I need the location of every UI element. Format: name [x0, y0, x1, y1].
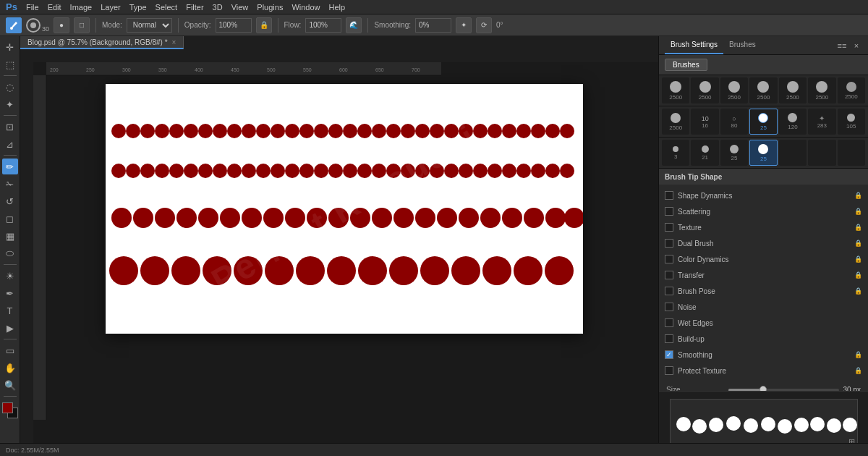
brush-tip-6[interactable]: 2500 [838, 77, 865, 104]
smoothing-icon[interactable]: ✦ [456, 17, 472, 33]
menu-file[interactable]: File [26, 3, 39, 12]
angle-icon[interactable]: ⟳ [476, 17, 492, 33]
transfer-check[interactable] [665, 271, 673, 279]
brush-tip-16[interactable]: 25 [720, 140, 748, 166]
noise-row[interactable]: Noise [659, 299, 868, 315]
brush-tip-15[interactable]: 21 [691, 140, 718, 166]
clone-stamp-tool[interactable]: ✁ [2, 176, 18, 192]
gradient-tool[interactable]: ▦ [2, 228, 18, 244]
brush-tip-5[interactable]: 2500 [808, 77, 835, 104]
dodge-tool[interactable]: ☀ [2, 268, 18, 284]
flow-input[interactable] [305, 18, 341, 33]
color-swatches[interactable] [2, 402, 18, 418]
shape-dynamics-check[interactable] [665, 191, 673, 200]
mode-select[interactable]: Normal [127, 18, 172, 33]
svg-point-40 [473, 124, 488, 138]
tab-brush-settings[interactable]: Brush Settings [665, 36, 723, 54]
protect-texture-row[interactable]: Protect Texture 🔒 [659, 363, 868, 379]
protect-texture-check[interactable] [665, 366, 673, 375]
brush-pose-check[interactable] [665, 287, 673, 295]
menu-layer[interactable]: Layer [101, 3, 121, 12]
toggle-btn[interactable]: ● [54, 17, 69, 33]
smoothing-input[interactable] [415, 18, 451, 33]
smoothing-row[interactable]: ✓ Smoothing 🔒 [659, 347, 868, 363]
crop-tool[interactable]: ⊡ [2, 119, 18, 135]
brush-tip-8[interactable]: 10 16 [691, 109, 718, 135]
buildup-row[interactable]: Build-up [659, 331, 868, 347]
brush-pose-row[interactable]: Brush Pose 🔒 [659, 283, 868, 299]
brush-tip-18[interactable] [779, 140, 807, 166]
brush-tip-0[interactable]: 2500 [662, 77, 689, 104]
fg-color[interactable] [2, 402, 13, 413]
brush-circle-icon[interactable] [26, 18, 41, 33]
menu-3d[interactable]: 3D [213, 3, 223, 12]
shape-dynamics-row[interactable]: Shape Dynamics 🔒 [659, 187, 868, 203]
tab-brushes[interactable]: Brushes [723, 36, 762, 54]
brush-tip-1[interactable]: 2500 [691, 77, 718, 104]
path-select-tool[interactable]: ▶ [2, 320, 18, 336]
eraser-tool[interactable]: ◻ [2, 211, 18, 227]
erase-btn[interactable]: □ [74, 17, 90, 33]
dual-brush-check[interactable] [665, 239, 673, 248]
flow-icon[interactable]: 🌊 [346, 17, 362, 33]
transfer-row[interactable]: Transfer 🔒 [659, 267, 868, 283]
document-canvas[interactable]: Perfect Retouchi [106, 84, 583, 334]
brush-tip-20[interactable] [838, 140, 865, 166]
wet-edges-row[interactable]: Wet Edges [659, 315, 868, 331]
opacity-input[interactable] [216, 18, 252, 33]
brush-tip-13[interactable]: 105 [838, 109, 865, 135]
menu-view[interactable]: View [231, 3, 249, 12]
shape-tool[interactable]: ▭ [2, 342, 18, 358]
history-brush-tool[interactable]: ↺ [2, 193, 18, 209]
dual-brush-row[interactable]: Dual Brush 🔒 [659, 235, 868, 251]
lasso-tool[interactable]: ◌ [2, 79, 18, 95]
brush-tool[interactable]: ✏ [2, 159, 18, 174]
scattering-row[interactable]: Scattering 🔒 [659, 203, 868, 219]
brushes-button[interactable]: Brushes [665, 59, 707, 71]
menu-image[interactable]: Image [70, 3, 93, 12]
quick-select-tool[interactable]: ✦ [2, 96, 18, 112]
menu-plugins[interactable]: Plugins [257, 3, 283, 12]
smoothing-check[interactable]: ✓ [665, 350, 673, 359]
menu-edit[interactable]: Edit [48, 3, 61, 12]
texture-check[interactable] [665, 223, 673, 232]
panel-close-btn[interactable]: × [851, 40, 862, 51]
noise-check[interactable] [665, 303, 673, 311]
brush-tip-11[interactable]: 120 [779, 109, 807, 135]
brush-tip-10[interactable]: 25 [749, 109, 777, 135]
pen-tool[interactable]: ✒ [2, 285, 18, 301]
brush-tip-9[interactable]: ○ 80 [720, 109, 748, 135]
opacity-lock[interactable]: 🔒 [256, 17, 272, 33]
brush-tip-7[interactable]: 2500 [662, 109, 689, 135]
menu-help[interactable]: Help [329, 3, 346, 12]
brush-tip-2[interactable]: 2500 [720, 77, 748, 104]
texture-row[interactable]: Texture 🔒 [659, 219, 868, 235]
menu-select[interactable]: Select [156, 3, 178, 12]
brush-tip-12[interactable]: ✦ 283 [808, 109, 835, 135]
color-dynamics-row[interactable]: Color Dynamics 🔒 [659, 251, 868, 267]
brush-tip-19[interactable] [808, 140, 835, 166]
brush-tool-btn[interactable] [6, 17, 22, 33]
brush-tip-14[interactable]: 3 [662, 140, 689, 166]
brush-tip-4[interactable]: 2500 [779, 77, 807, 104]
menu-filter[interactable]: Filter [186, 3, 203, 12]
color-dynamics-check[interactable] [665, 255, 673, 263]
blur-tool[interactable]: ⬭ [2, 245, 18, 261]
wet-edges-check[interactable] [665, 318, 673, 327]
scattering-check[interactable] [665, 207, 673, 216]
brush-tip-17[interactable]: 25 [749, 140, 777, 166]
buildup-check[interactable] [665, 334, 673, 343]
canvas-area[interactable]: 200250300 350400450 500550600 650700750 … [33, 62, 658, 456]
menu-window[interactable]: Window [292, 3, 320, 12]
marquee-tool[interactable]: ⬚ [2, 56, 18, 72]
hand-tool[interactable]: ✋ [2, 360, 18, 376]
brush-tip-3[interactable]: 2500 [749, 77, 777, 104]
panel-menu-btn[interactable]: ≡≡ [836, 40, 848, 51]
file-tab-close[interactable]: × [172, 38, 176, 46]
move-tool[interactable]: ✛ [2, 39, 18, 55]
zoom-tool[interactable]: 🔍 [2, 377, 18, 393]
text-tool[interactable]: T [2, 303, 18, 318]
file-tab[interactable]: Blog.psd @ 75.7% (Background, RGB/8#) * … [20, 36, 184, 49]
menu-type[interactable]: Type [129, 3, 147, 12]
eyedropper-tool[interactable]: ⊿ [2, 136, 18, 152]
